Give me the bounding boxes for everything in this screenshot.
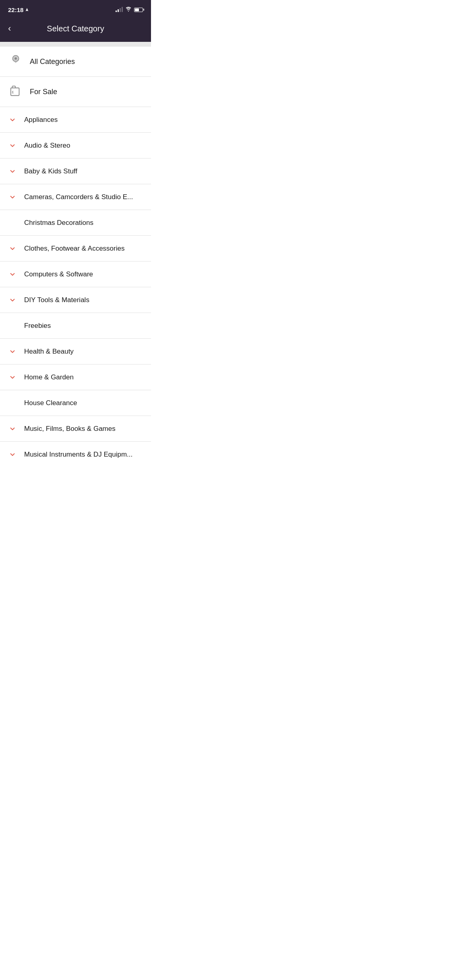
list-item[interactable]: Musical Instruments & DJ Equipm... (0, 442, 151, 467)
list-item[interactable]: Home & Garden (0, 364, 151, 390)
location-icon (25, 8, 29, 12)
list-item[interactable]: Computers & Software (0, 261, 151, 287)
list-item[interactable]: Audio & Stereo (0, 133, 151, 159)
freebies-label: Freebies (24, 322, 51, 330)
signal-strength (116, 7, 123, 12)
list-item[interactable]: £ For Sale (0, 77, 151, 107)
chevron-down-icon (8, 244, 17, 253)
for-sale-icon: £ (8, 84, 23, 99)
header: ‹ Select Category (0, 18, 151, 42)
chevron-down-icon (8, 424, 17, 433)
signal-bar-4 (122, 7, 123, 12)
svg-point-1 (14, 58, 17, 60)
time-display: 22:18 (8, 6, 23, 13)
house-clearance-label: House Clearance (24, 399, 77, 407)
christmas-decorations-label: Christmas Decorations (24, 219, 93, 227)
separator (0, 42, 151, 47)
chevron-down-icon (8, 193, 17, 202)
battery-icon (134, 8, 143, 12)
battery-fill (135, 8, 139, 11)
computers-label: Computers & Software (24, 270, 93, 278)
page-title: Select Category (47, 24, 104, 33)
list-item[interactable]: Appliances (0, 107, 151, 133)
audio-stereo-label: Audio & Stereo (24, 142, 70, 150)
list-item[interactable]: Music, Films, Books & Games (0, 416, 151, 442)
list-item[interactable]: DIY Tools & Materials (0, 287, 151, 313)
wifi-icon (125, 7, 132, 13)
list-item[interactable]: House Clearance (0, 390, 151, 416)
svg-text:£: £ (12, 90, 14, 94)
category-list: All Categories £ For Sale Appliances Aud… (0, 47, 151, 467)
back-button[interactable]: ‹ (8, 23, 14, 35)
status-bar: 22:18 (0, 0, 151, 18)
baby-kids-label: Baby & Kids Stuff (24, 167, 77, 175)
home-garden-label: Home & Garden (24, 373, 74, 381)
all-categories-icon (8, 54, 23, 69)
chevron-down-icon (8, 167, 17, 176)
list-item[interactable]: All Categories (0, 47, 151, 77)
list-item[interactable]: Baby & Kids Stuff (0, 159, 151, 184)
chevron-down-icon (8, 296, 17, 305)
diy-label: DIY Tools & Materials (24, 296, 89, 304)
chevron-down-icon (8, 450, 17, 459)
signal-bar-1 (116, 10, 117, 12)
list-item[interactable]: Cameras, Camcorders & Studio E... (0, 184, 151, 210)
chevron-down-icon (8, 270, 17, 279)
for-sale-label: For Sale (30, 88, 57, 96)
cameras-label: Cameras, Camcorders & Studio E... (24, 193, 133, 201)
list-item[interactable]: Clothes, Footwear & Accessories (0, 236, 151, 261)
musical-instruments-label: Musical Instruments & DJ Equipm... (24, 451, 132, 459)
clothes-label: Clothes, Footwear & Accessories (24, 245, 124, 253)
chevron-down-icon (8, 347, 17, 356)
music-films-label: Music, Films, Books & Games (24, 425, 116, 433)
all-categories-label: All Categories (30, 58, 75, 66)
health-beauty-label: Health & Beauty (24, 348, 74, 356)
chevron-down-icon (8, 373, 17, 382)
status-time: 22:18 (8, 6, 29, 13)
status-icons (116, 7, 143, 13)
list-item[interactable]: Christmas Decorations (0, 210, 151, 236)
signal-bar-3 (120, 8, 121, 12)
list-item[interactable]: Freebies (0, 313, 151, 339)
list-item[interactable]: Health & Beauty (0, 339, 151, 364)
chevron-down-icon (8, 115, 17, 124)
signal-bar-2 (118, 9, 119, 12)
chevron-down-icon (8, 141, 17, 150)
appliances-label: Appliances (24, 116, 58, 124)
